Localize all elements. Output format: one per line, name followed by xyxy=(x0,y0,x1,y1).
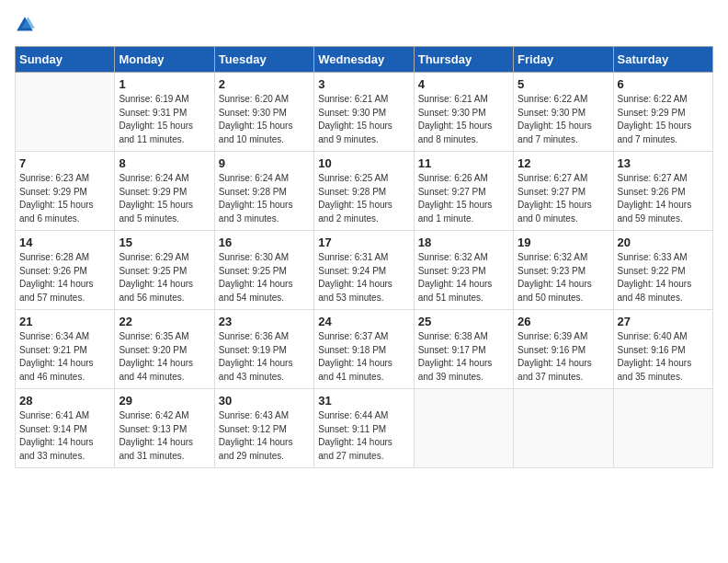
calendar-cell: 4Sunrise: 6:21 AM Sunset: 9:30 PM Daylig… xyxy=(414,73,513,152)
day-number: 26 xyxy=(518,315,609,328)
weekday-header: Sunday xyxy=(16,47,115,73)
day-info: Sunrise: 6:43 AM Sunset: 9:12 PM Dayligh… xyxy=(219,409,310,463)
day-number: 12 xyxy=(518,156,609,170)
day-info: Sunrise: 6:21 AM Sunset: 9:30 PM Dayligh… xyxy=(418,93,509,146)
calendar-cell: 20Sunrise: 6:33 AM Sunset: 9:22 PM Dayli… xyxy=(613,231,712,310)
day-number: 1 xyxy=(119,77,210,91)
day-number: 5 xyxy=(518,77,609,91)
day-number: 11 xyxy=(418,156,509,170)
calendar-cell xyxy=(613,389,712,468)
day-info: Sunrise: 6:44 AM Sunset: 9:11 PM Dayligh… xyxy=(318,409,409,463)
calendar-cell: 29Sunrise: 6:42 AM Sunset: 9:13 PM Dayli… xyxy=(115,389,214,468)
day-number: 10 xyxy=(318,156,409,170)
day-info: Sunrise: 6:27 AM Sunset: 9:27 PM Dayligh… xyxy=(518,172,609,225)
day-number: 15 xyxy=(119,236,210,249)
day-number: 28 xyxy=(19,394,110,408)
day-info: Sunrise: 6:36 AM Sunset: 9:19 PM Dayligh… xyxy=(219,330,310,384)
weekday-header: Friday xyxy=(514,47,613,73)
day-number: 22 xyxy=(119,315,210,328)
day-info: Sunrise: 6:30 AM Sunset: 9:25 PM Dayligh… xyxy=(219,251,310,304)
day-info: Sunrise: 6:32 AM Sunset: 9:23 PM Dayligh… xyxy=(418,251,509,304)
day-info: Sunrise: 6:25 AM Sunset: 9:28 PM Dayligh… xyxy=(318,172,409,225)
logo xyxy=(15,15,39,35)
day-number: 30 xyxy=(219,394,310,408)
calendar-cell: 12Sunrise: 6:27 AM Sunset: 9:27 PM Dayli… xyxy=(514,152,613,231)
day-number: 13 xyxy=(618,156,709,170)
day-info: Sunrise: 6:41 AM Sunset: 9:14 PM Dayligh… xyxy=(19,409,110,463)
calendar-week-row: 7Sunrise: 6:23 AM Sunset: 9:29 PM Daylig… xyxy=(16,152,713,231)
day-info: Sunrise: 6:22 AM Sunset: 9:29 PM Dayligh… xyxy=(618,93,709,146)
calendar-cell: 24Sunrise: 6:37 AM Sunset: 9:18 PM Dayli… xyxy=(314,310,414,389)
day-info: Sunrise: 6:20 AM Sunset: 9:30 PM Dayligh… xyxy=(219,93,310,146)
day-info: Sunrise: 6:42 AM Sunset: 9:13 PM Dayligh… xyxy=(119,409,210,463)
day-number: 3 xyxy=(318,77,409,91)
day-number: 18 xyxy=(418,236,509,249)
calendar-cell xyxy=(514,389,613,468)
day-number: 2 xyxy=(219,77,310,91)
calendar-cell: 5Sunrise: 6:22 AM Sunset: 9:30 PM Daylig… xyxy=(514,73,613,152)
calendar-header-row: SundayMondayTuesdayWednesdayThursdayFrid… xyxy=(16,47,713,73)
weekday-header: Monday xyxy=(115,47,214,73)
day-number: 7 xyxy=(19,156,110,170)
day-info: Sunrise: 6:33 AM Sunset: 9:22 PM Dayligh… xyxy=(618,251,709,304)
weekday-header: Tuesday xyxy=(214,47,313,73)
calendar-cell: 10Sunrise: 6:25 AM Sunset: 9:28 PM Dayli… xyxy=(314,152,414,231)
calendar-week-row: 14Sunrise: 6:28 AM Sunset: 9:26 PM Dayli… xyxy=(16,231,713,310)
day-number: 6 xyxy=(618,77,709,91)
weekday-header: Wednesday xyxy=(314,47,414,73)
day-number: 27 xyxy=(618,315,709,328)
day-info: Sunrise: 6:35 AM Sunset: 9:20 PM Dayligh… xyxy=(119,330,210,384)
calendar-cell: 19Sunrise: 6:32 AM Sunset: 9:23 PM Dayli… xyxy=(514,231,613,310)
day-number: 17 xyxy=(318,236,409,249)
day-info: Sunrise: 6:27 AM Sunset: 9:26 PM Dayligh… xyxy=(618,172,709,225)
weekday-header: Thursday xyxy=(414,47,513,73)
calendar-cell: 8Sunrise: 6:24 AM Sunset: 9:29 PM Daylig… xyxy=(115,152,214,231)
day-info: Sunrise: 6:22 AM Sunset: 9:30 PM Dayligh… xyxy=(518,93,609,146)
day-info: Sunrise: 6:26 AM Sunset: 9:27 PM Dayligh… xyxy=(418,172,509,225)
day-number: 14 xyxy=(19,236,110,249)
day-number: 9 xyxy=(219,156,310,170)
calendar-cell: 3Sunrise: 6:21 AM Sunset: 9:30 PM Daylig… xyxy=(314,73,414,152)
calendar-cell: 26Sunrise: 6:39 AM Sunset: 9:16 PM Dayli… xyxy=(514,310,613,389)
calendar-cell: 7Sunrise: 6:23 AM Sunset: 9:29 PM Daylig… xyxy=(16,152,115,231)
day-info: Sunrise: 6:39 AM Sunset: 9:16 PM Dayligh… xyxy=(518,330,609,384)
calendar-cell xyxy=(16,73,115,152)
day-info: Sunrise: 6:24 AM Sunset: 9:29 PM Dayligh… xyxy=(119,172,210,225)
day-number: 20 xyxy=(618,236,709,249)
day-number: 24 xyxy=(318,315,409,328)
calendar-cell: 18Sunrise: 6:32 AM Sunset: 9:23 PM Dayli… xyxy=(414,231,513,310)
calendar-cell: 31Sunrise: 6:44 AM Sunset: 9:11 PM Dayli… xyxy=(314,389,414,468)
day-info: Sunrise: 6:21 AM Sunset: 9:30 PM Dayligh… xyxy=(318,93,409,146)
day-number: 4 xyxy=(418,77,509,91)
calendar-cell: 14Sunrise: 6:28 AM Sunset: 9:26 PM Dayli… xyxy=(16,231,115,310)
calendar-week-row: 1Sunrise: 6:19 AM Sunset: 9:31 PM Daylig… xyxy=(16,73,713,152)
calendar-cell: 16Sunrise: 6:30 AM Sunset: 9:25 PM Dayli… xyxy=(214,231,313,310)
day-number: 31 xyxy=(318,394,409,408)
calendar-cell: 15Sunrise: 6:29 AM Sunset: 9:25 PM Dayli… xyxy=(115,231,214,310)
calendar-table: SundayMondayTuesdayWednesdayThursdayFrid… xyxy=(15,46,713,468)
day-info: Sunrise: 6:23 AM Sunset: 9:29 PM Dayligh… xyxy=(19,172,110,225)
day-number: 21 xyxy=(19,315,110,328)
calendar-cell: 21Sunrise: 6:34 AM Sunset: 9:21 PM Dayli… xyxy=(16,310,115,389)
day-info: Sunrise: 6:31 AM Sunset: 9:24 PM Dayligh… xyxy=(318,251,409,304)
day-info: Sunrise: 6:28 AM Sunset: 9:26 PM Dayligh… xyxy=(19,251,110,304)
calendar-week-row: 21Sunrise: 6:34 AM Sunset: 9:21 PM Dayli… xyxy=(16,310,713,389)
weekday-header: Saturday xyxy=(613,47,712,73)
calendar-cell xyxy=(414,389,513,468)
calendar-cell: 27Sunrise: 6:40 AM Sunset: 9:16 PM Dayli… xyxy=(613,310,712,389)
day-info: Sunrise: 6:37 AM Sunset: 9:18 PM Dayligh… xyxy=(318,330,409,384)
logo-icon xyxy=(15,15,35,35)
calendar-cell: 22Sunrise: 6:35 AM Sunset: 9:20 PM Dayli… xyxy=(115,310,214,389)
calendar-cell: 13Sunrise: 6:27 AM Sunset: 9:26 PM Dayli… xyxy=(613,152,712,231)
day-info: Sunrise: 6:19 AM Sunset: 9:31 PM Dayligh… xyxy=(119,93,210,146)
day-number: 25 xyxy=(418,315,509,328)
calendar-cell: 9Sunrise: 6:24 AM Sunset: 9:28 PM Daylig… xyxy=(214,152,313,231)
calendar-cell: 23Sunrise: 6:36 AM Sunset: 9:19 PM Dayli… xyxy=(214,310,313,389)
day-number: 19 xyxy=(518,236,609,249)
day-info: Sunrise: 6:40 AM Sunset: 9:16 PM Dayligh… xyxy=(618,330,709,384)
day-number: 23 xyxy=(219,315,310,328)
day-number: 16 xyxy=(219,236,310,249)
day-info: Sunrise: 6:32 AM Sunset: 9:23 PM Dayligh… xyxy=(518,251,609,304)
calendar-cell: 2Sunrise: 6:20 AM Sunset: 9:30 PM Daylig… xyxy=(214,73,313,152)
calendar-week-row: 28Sunrise: 6:41 AM Sunset: 9:14 PM Dayli… xyxy=(16,389,713,468)
